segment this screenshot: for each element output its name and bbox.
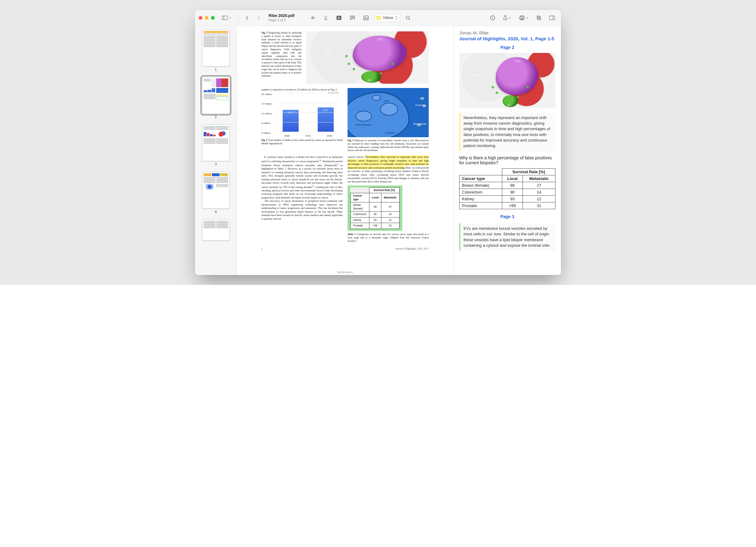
thumbnail-page-4[interactable]: 4 <box>202 172 230 214</box>
notes-page-header-3: Page 3 <box>459 214 555 219</box>
fig1-image: WBC CTC RBC EV <box>306 31 429 84</box>
toolbar-divider <box>238 14 238 21</box>
notes-user-note[interactable]: Why is there a high percentage of false … <box>459 155 555 165</box>
close-window-button[interactable] <box>199 16 202 20</box>
table-row: Colorectum9014 <box>351 212 399 217</box>
table-row: Kidney9312 <box>351 217 399 223</box>
highlight-color-picker[interactable]: Yellow <box>374 14 400 22</box>
fullscreen-window-button[interactable] <box>211 16 215 20</box>
svg-point-15 <box>492 16 493 17</box>
fig1-label-ctc: CTC <box>377 38 383 41</box>
journal-footer: Journal of Highlights, 2020, Vol 1 <box>395 247 429 251</box>
thumbnail-label: 4 <box>215 210 217 214</box>
search-button[interactable] <box>403 14 413 22</box>
fig3-image: Early Endosome MVB Cytoplasm Exosomes Mi… <box>348 88 429 137</box>
underline-icon: U <box>323 15 328 20</box>
thumbnail-label: 2 <box>215 115 217 119</box>
notes-figure-1[interactable]: WBC CTC RBC EV <box>459 53 555 108</box>
fig1-caption: Fig. 1 Diagnosing disease by analyzing a… <box>261 31 301 84</box>
print-button[interactable] <box>517 14 531 22</box>
info-icon <box>490 15 495 20</box>
minimize-window-button[interactable] <box>205 16 209 20</box>
chevron-left-icon <box>245 16 249 20</box>
notes-quote-yellow[interactable]: Nevertheless, they represent an importan… <box>459 113 555 151</box>
svg-line-13 <box>409 19 410 20</box>
underline-button[interactable]: U <box>321 14 331 22</box>
copy-icon <box>536 15 541 20</box>
svg-text:U: U <box>324 15 327 20</box>
table-row: Kidney9312 <box>460 196 555 202</box>
info-button[interactable] <box>488 14 498 22</box>
share-icon <box>503 15 507 21</box>
svg-rect-0 <box>222 16 228 20</box>
thumbnail-label: 3 <box>215 162 217 166</box>
fig3-caption: Fig. 3 Pathways to secretion of extracel… <box>348 139 429 152</box>
search-icon <box>406 15 411 20</box>
table-row: Breast (female)9927 <box>460 182 555 189</box>
notes-pane: Jonas M. Ribe Journal of Highlights, 202… <box>453 26 561 275</box>
svg-point-12 <box>406 16 409 19</box>
stepper-icon <box>395 16 398 20</box>
footer-site: highlightsapp.net <box>256 271 434 274</box>
sidebar-toggle-button[interactable] <box>220 14 234 22</box>
thumbnail-page-1[interactable]: 1 <box>202 30 230 71</box>
lead-paragraph: number is expected to increase to 22 mil… <box>261 88 343 91</box>
chevron-down-icon <box>526 17 528 19</box>
toolbar: Ribe 2020.pdf Page 2 of 5 S U A Yellow <box>195 10 561 26</box>
app-window: Ribe 2020.pdf Page 2 of 5 S U A Yellow <box>195 10 561 275</box>
svg-rect-22 <box>550 16 555 20</box>
fig2-caption: Fig. 2 Total number of deaths in the wor… <box>261 139 343 146</box>
image-annotation-button[interactable] <box>361 14 371 22</box>
page-footer: 2 Journal of Highlights, 2020, Vol 1 <box>261 247 429 251</box>
sidebar-icon <box>222 16 228 20</box>
highlighted-table[interactable]: Survival Rate [%] Cancer typeLocalMetast… <box>348 186 402 231</box>
table1-caption: Table 1 Comparison of survival rates for… <box>348 233 429 243</box>
body-column-left: If a primary tumor spreads to a distant … <box>261 155 343 243</box>
color-swatch-icon <box>376 16 381 20</box>
page-back-button[interactable] <box>243 14 251 22</box>
document-title: Ribe 2020.pdf <box>269 14 302 18</box>
thumbnail-page-2[interactable]: 2 <box>202 77 230 119</box>
notes-survival-table[interactable]: Survival Rate [%] Cancer typeLocalMetast… <box>459 168 555 209</box>
sidebar-right-icon <box>549 16 555 20</box>
page-number: 2 <box>261 247 263 251</box>
notes-quote-green[interactable]: EVs are membrane bound vesicles secreted… <box>459 223 555 251</box>
fig1-label-rbc: RBC <box>416 57 421 60</box>
thumbnail-page-5[interactable] <box>202 219 230 241</box>
pdf-page: Fig. 1 Diagnosing disease by analyzing a… <box>256 26 434 275</box>
strikethrough-button[interactable]: S <box>308 14 318 22</box>
svg-rect-20 <box>537 16 540 19</box>
survival-table-inline: Survival Rate [%] Cancer typeLocalMetast… <box>350 187 399 229</box>
highlight-color-label: Yellow <box>383 16 393 20</box>
notes-author: Jonas M. Ribe <box>459 30 555 35</box>
fig2-chart: Projected 12,714,122 200820122030 0 mill… <box>261 91 343 138</box>
page-forward-button[interactable] <box>254 14 263 22</box>
strikethrough-icon: S <box>310 15 315 20</box>
document-subtitle: Page 2 of 5 <box>269 18 302 22</box>
chevron-right-icon <box>257 16 260 20</box>
comment-button[interactable] <box>347 14 358 22</box>
text-annotation-button[interactable]: A <box>334 14 344 22</box>
printer-icon <box>519 15 525 20</box>
text-box-icon: A <box>336 15 342 20</box>
document-title-block: Ribe 2020.pdf Page 2 of 5 <box>269 14 302 22</box>
notes-source[interactable]: Journal of Highlights, 2020, Vol. 1, Pag… <box>459 36 555 41</box>
copy-button[interactable] <box>534 14 544 22</box>
window-controls <box>199 16 215 20</box>
share-button[interactable] <box>501 14 514 22</box>
pdf-viewport[interactable]: Fig. 1 Diagnosing disease by analyzing a… <box>237 26 453 275</box>
svg-point-11 <box>365 17 366 18</box>
svg-rect-18 <box>519 17 524 19</box>
chevron-down-icon <box>509 17 511 19</box>
table-row: Prostate>9931 <box>460 202 555 209</box>
thumbnail-label: 1 <box>215 68 217 71</box>
table-row: Prostate>9931 <box>351 223 399 229</box>
notes-pane-toggle-button[interactable] <box>547 14 557 22</box>
svg-rect-21 <box>538 17 541 20</box>
table-row: Colorectum9014 <box>460 189 555 196</box>
notes-page-header-2: Page 2 <box>459 45 555 50</box>
fig1-label-wbc: WBC <box>325 51 331 55</box>
thumbnail-page-3[interactable]: 3 <box>202 124 230 166</box>
content-area: 1 2 <box>195 26 561 275</box>
body-column-right: vanced cancers. Nevertheless, they repre… <box>348 155 429 243</box>
